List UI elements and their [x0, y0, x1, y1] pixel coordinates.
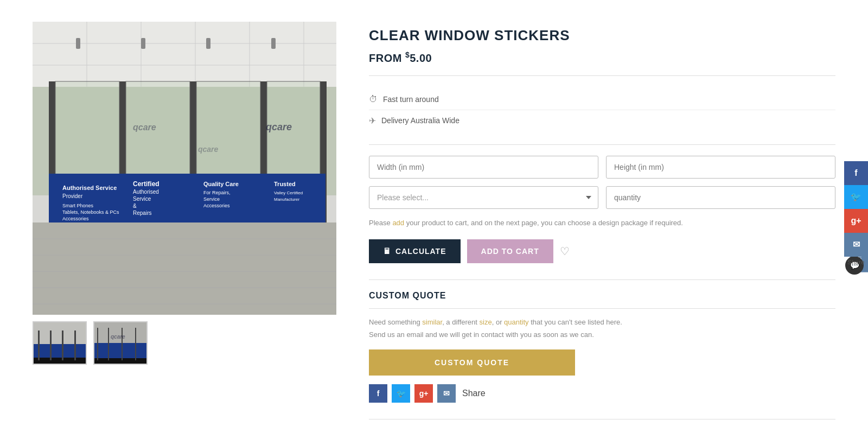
svg-text:Manufacturer: Manufacturer: [274, 197, 299, 202]
product-images-section: Authorised Service Provider Smart Phones…: [33, 22, 336, 426]
calculate-button[interactable]: 🖩 CALCULATE: [369, 239, 461, 263]
svg-rect-10: [141, 38, 145, 49]
features-list: ⏱ Fast turn around ✈ Delivery Australia …: [369, 84, 835, 137]
twitter-icon: 🐦: [397, 389, 406, 398]
add-to-cart-button[interactable]: ADD TO CART: [467, 239, 553, 263]
twitter-share-button[interactable]: 🐦: [392, 384, 410, 403]
thumbnail-row: qcare: [33, 321, 336, 365]
svg-text:Service: Service: [203, 196, 220, 202]
thumbnail-1[interactable]: [33, 321, 87, 365]
facebook-icon: f: [377, 389, 380, 398]
svg-text:Certified: Certified: [133, 180, 159, 188]
svg-rect-55: [62, 330, 63, 360]
quantity-link[interactable]: quantity: [504, 318, 529, 326]
svg-text:qcare: qcare: [133, 123, 156, 132]
floating-share-label: Share: [847, 259, 865, 265]
svg-rect-62: [122, 328, 123, 360]
svg-rect-59: [94, 358, 148, 365]
custom-quote-button[interactable]: CUSTOM QUOTE: [369, 349, 575, 376]
divider-2: [369, 144, 835, 145]
similar-link[interactable]: similar: [422, 318, 442, 326]
svg-rect-63: [135, 328, 136, 360]
product-form: Please select... Please add your product…: [369, 156, 835, 264]
facebook-share-button[interactable]: f: [369, 384, 387, 403]
svg-text:Tablets, Notebooks & PCs: Tablets, Notebooks & PCs: [62, 209, 119, 215]
divider-1: [369, 75, 835, 76]
svg-rect-1: [33, 22, 336, 87]
svg-rect-52: [34, 358, 87, 365]
calculator-icon: 🖩: [383, 247, 391, 256]
svg-rect-41: [33, 222, 336, 315]
svg-text:Trusted: Trusted: [274, 181, 296, 187]
svg-text:For Repairs,: For Repairs,: [203, 190, 231, 195]
custom-quote-text-2: Send us an email and we will get in cont…: [369, 330, 594, 339]
height-input[interactable]: [606, 156, 835, 179]
main-product-image: Authorised Service Provider Smart Phones…: [33, 22, 336, 315]
svg-text:qcare: qcare: [111, 334, 125, 340]
svg-rect-56: [74, 330, 76, 360]
svg-rect-54: [50, 330, 52, 360]
svg-text:Accessories: Accessories: [62, 216, 89, 221]
divider-3: [369, 308, 835, 309]
options-row: Please select...: [369, 186, 835, 209]
floating-facebook-button[interactable]: f: [844, 161, 868, 185]
svg-text:Smart Phones: Smart Phones: [62, 203, 94, 208]
svg-rect-11: [206, 38, 210, 49]
svg-text:Authorised: Authorised: [133, 189, 159, 195]
svg-text:Quality Care: Quality Care: [203, 181, 239, 187]
svg-rect-61: [108, 328, 109, 360]
price-currency: $: [405, 50, 410, 59]
floating-social-bar: f 🐦 g+ ✉ Share: [844, 161, 868, 265]
email-share-button[interactable]: ✉: [437, 384, 456, 403]
svg-rect-12: [271, 38, 276, 49]
floating-email-button[interactable]: ✉: [844, 233, 868, 257]
custom-quote-title: CUSTOM QUOTE: [369, 291, 835, 301]
svg-rect-9: [76, 38, 80, 49]
svg-rect-58: [94, 343, 148, 358]
size-link[interactable]: size: [480, 318, 492, 326]
wishlist-icon[interactable]: ♡: [560, 245, 570, 258]
add-link[interactable]: add: [392, 219, 404, 227]
width-input[interactable]: [369, 156, 598, 179]
process-section: PROCESS: [369, 419, 835, 426]
thumbnail-2[interactable]: qcare: [93, 321, 148, 365]
floating-googleplus-button[interactable]: g+: [844, 209, 868, 233]
feature-delivery-label: Delivery Australia Wide: [381, 116, 459, 125]
product-price: FROM $5.00: [369, 50, 835, 65]
googleplus-icon: g+: [419, 389, 429, 398]
custom-quote-text: Need something similar, a different size…: [369, 316, 835, 340]
svg-rect-53: [38, 330, 40, 360]
product-title: CLEAR WINDOW STICKERS: [369, 27, 835, 44]
store-illustration: Authorised Service Provider Smart Phones…: [33, 22, 336, 315]
svg-text:Authorised Service: Authorised Service: [62, 185, 117, 191]
feature-fast-turnaround-label: Fast turn around: [383, 95, 439, 104]
svg-text:Provider: Provider: [62, 193, 83, 199]
svg-rect-51: [34, 344, 87, 358]
dimensions-row: [369, 156, 835, 179]
svg-text:Valley Certified: Valley Certified: [274, 190, 303, 195]
svg-text:qcare: qcare: [198, 145, 219, 154]
svg-rect-60: [97, 328, 98, 360]
svg-text:Service: Service: [133, 196, 151, 202]
svg-text:Repairs: Repairs: [133, 210, 151, 216]
svg-text:&: &: [133, 203, 137, 209]
googleplus-share-button[interactable]: g+: [414, 384, 433, 403]
calculate-label: CALCULATE: [395, 247, 446, 256]
feature-delivery: ✈ Delivery Australia Wide: [369, 110, 835, 131]
delivery-icon: ✈: [369, 116, 376, 126]
notice-text: Please add your product to cart, and on …: [369, 218, 835, 229]
feature-fast-turnaround: ⏱ Fast turn around: [369, 89, 835, 110]
social-share-row: f 🐦 g+ ✉ Share: [369, 384, 835, 403]
product-info-section: CLEAR WINDOW STICKERS FROM $5.00 ⏱ Fast …: [369, 22, 835, 426]
price-prefix: FROM: [369, 52, 405, 64]
clock-icon: ⏱: [369, 94, 378, 104]
options-select[interactable]: Please select...: [369, 186, 598, 209]
action-buttons-row: 🖩 CALCULATE ADD TO CART ♡: [369, 239, 835, 263]
floating-twitter-button[interactable]: 🐦: [844, 185, 868, 209]
svg-text:qcare: qcare: [266, 122, 292, 132]
email-icon: ✉: [443, 389, 450, 398]
quantity-input[interactable]: [606, 186, 835, 209]
svg-text:Accessories: Accessories: [203, 203, 230, 208]
share-label: Share: [462, 389, 486, 398]
price-value: 5.00: [410, 52, 432, 64]
